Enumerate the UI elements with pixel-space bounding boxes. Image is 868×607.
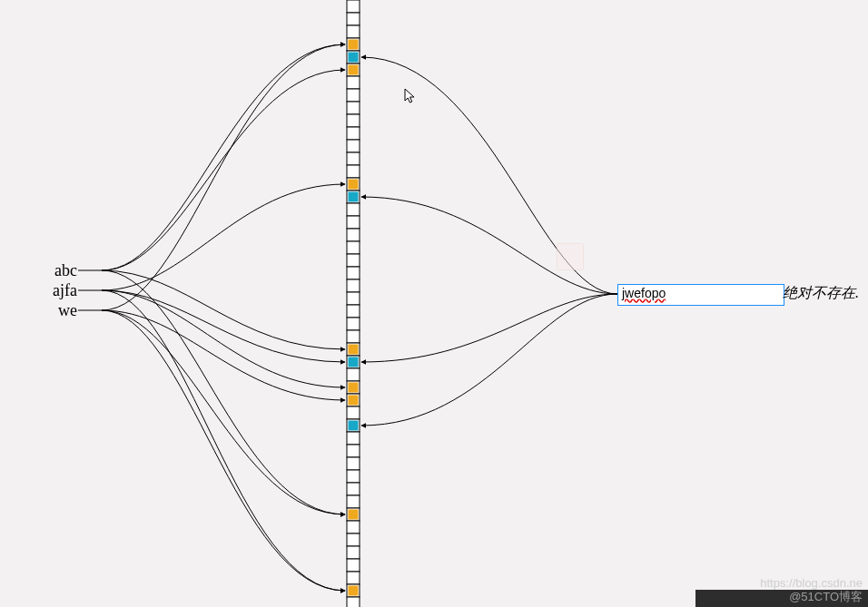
hash-arrow-left [102, 44, 345, 310]
input-label-0: abc [36, 261, 77, 280]
query-input[interactable]: jwefopo [617, 284, 784, 306]
bit-cell [347, 330, 360, 343]
hash-arrow-left [102, 310, 345, 400]
bit-cell-filled [349, 586, 359, 596]
hash-arrow-left [102, 270, 345, 349]
input-label-2: we [36, 301, 77, 320]
bit-cell [347, 165, 360, 178]
bit-cell [347, 292, 360, 305]
bit-cell [347, 229, 360, 241]
bit-cell [347, 495, 360, 508]
bit-cell [347, 470, 360, 483]
bit-cell [347, 0, 360, 13]
query-input-text: jwefopo [622, 286, 666, 300]
watermark-url: https://blog.csdn.ne [760, 576, 863, 590]
hash-arrow-left [102, 290, 345, 362]
bit-cell-filled [349, 510, 359, 520]
input-label-1: ajfa [36, 281, 77, 300]
watermark-logo [557, 243, 584, 270]
bit-cell [347, 445, 360, 457]
bit-cell [347, 483, 360, 495]
bit-cell-filled [349, 345, 359, 355]
bit-cell [347, 597, 360, 607]
bit-cell [347, 534, 360, 546]
hash-arrow-left [102, 290, 345, 591]
bit-cell [347, 432, 360, 445]
bit-cell [347, 521, 360, 534]
bit-cell [347, 203, 360, 216]
hash-arrow-left [102, 290, 345, 387]
bit-cell [347, 102, 360, 114]
bit-cell [347, 572, 360, 584]
hash-arrow-left [102, 310, 345, 591]
watermark-tag: @51CTO博客 [789, 589, 863, 605]
bit-cell-filled [349, 192, 359, 202]
bit-cell [347, 457, 360, 470]
bit-cell [347, 305, 360, 318]
bit-cell [347, 76, 360, 89]
bit-cell-filled [349, 421, 359, 431]
bit-cell [347, 25, 360, 38]
bit-cell [347, 559, 360, 572]
bit-cell [347, 406, 360, 419]
bit-cell [347, 279, 360, 292]
hash-arrow-left [102, 310, 345, 514]
bit-cell [347, 267, 360, 279]
bit-cell-filled [349, 40, 359, 50]
bit-cell-filled [349, 65, 359, 75]
bit-cell-filled [349, 383, 359, 393]
bit-cell [347, 318, 360, 330]
bit-cell [347, 13, 360, 25]
query-result-text: 绝对不存在. [783, 284, 859, 303]
bit-cell [347, 254, 360, 267]
bit-cell [347, 152, 360, 165]
bit-cell-filled [349, 180, 359, 190]
bit-cell [347, 368, 360, 381]
bit-cell-filled [349, 357, 359, 367]
hash-arrow-left [102, 70, 345, 270]
bit-cell [347, 546, 360, 559]
bit-cell [347, 114, 360, 127]
bit-cell [347, 241, 360, 254]
bit-cell [347, 127, 360, 140]
bit-cell [347, 140, 360, 152]
bit-cell [347, 89, 360, 102]
bit-cell-filled [349, 53, 359, 63]
bit-cell [347, 216, 360, 229]
bit-cell-filled [349, 396, 359, 406]
hash-arrow-left [102, 270, 345, 514]
hash-arrow-left [102, 184, 345, 290]
